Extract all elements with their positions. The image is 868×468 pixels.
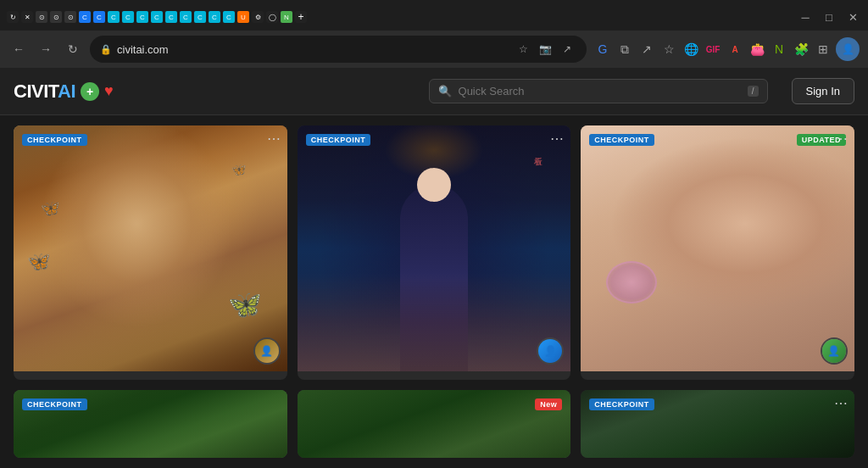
card-title-1: DreamShaper [22, 378, 279, 380]
tab-cyan-3[interactable]: C [136, 11, 148, 23]
maximize-icon[interactable]: □ [821, 8, 837, 25]
real-figure [581, 125, 854, 371]
butterfly-icon-1: 🦋 [41, 199, 59, 218]
card-image-5 [298, 390, 571, 458]
tab-cyan-5[interactable]: C [165, 11, 177, 23]
signin-button[interactable]: Sign In [792, 78, 854, 104]
tab-blue-2[interactable]: C [93, 11, 105, 23]
ext-copy[interactable]: ⧉ [615, 40, 634, 58]
ext-gif[interactable]: GIF [704, 40, 722, 58]
tab-cyan-2[interactable]: C [122, 11, 134, 23]
butterfly-icon-2: 🦋 [231, 163, 246, 176]
tab-cyan-4[interactable]: C [151, 11, 163, 23]
tab-gh-1[interactable]: ⊙ [36, 11, 47, 23]
minimize-icon[interactable]: ─ [797, 8, 814, 25]
checkpoint-badge-6: CHECKPOINT [589, 398, 654, 410]
model-card-epicrealism[interactable]: CHECKPOINT UPDATED ⋯ 👤 epiCRealism ★★★★★… [581, 125, 854, 380]
model-card-5[interactable]: New [298, 390, 571, 458]
url-text: civitai.com [117, 43, 509, 56]
browser-chrome: ↻ ✕ ⊙ ⊙ ⊙ C C C C C C C C C C C U ⚙ ◯ N … [0, 0, 868, 68]
plus-icon: + [86, 85, 93, 98]
card-avatar-1: 👤 [253, 337, 281, 365]
ext-bookmark[interactable]: ☆ [659, 40, 678, 58]
tab-cyan-8[interactable]: C [209, 11, 220, 23]
forest-figure-2 [298, 390, 571, 458]
extensions-btn[interactable]: ⊞ [814, 40, 832, 58]
tab-cyan-9[interactable]: C [223, 11, 235, 23]
tab-gh-3[interactable]: ⊙ [64, 11, 76, 23]
butterfly-icon-3: 🦋 [27, 251, 50, 273]
card-image-wrap-2: ● 看板 CHECKPOINT ⋯ 👤 [298, 125, 571, 371]
site-logo[interactable]: CIVITAI + ♥ [14, 81, 114, 103]
model-card-6[interactable]: CHECKPOINT ⋯ [581, 390, 854, 458]
ext-wallet[interactable]: 👛 [748, 40, 766, 58]
reload-button[interactable]: ↻ [63, 39, 83, 59]
tab-cyan-1[interactable]: C [108, 11, 120, 23]
logo-heart-icon: ♥ [104, 82, 114, 100]
avatar-placeholder-1: 👤 [255, 339, 279, 363]
new-badge-5: New [535, 398, 562, 410]
address-actions: ☆ 📷 ↗ [514, 40, 576, 58]
browser-extensions: G ⧉ ↗ ☆ 🌐 GIF A 👛 N 🧩 ⊞ 👤 [593, 37, 860, 61]
ext-nvidia[interactable]: N [770, 40, 788, 58]
ext-adblock[interactable]: A [726, 40, 744, 58]
card-menu-btn-6[interactable]: ⋯ [834, 397, 848, 410]
ext-google[interactable]: G [593, 40, 612, 58]
ext-share[interactable]: ↗ [637, 40, 656, 58]
browser-addressbar: ← → ↻ 🔒 civitai.com ☆ 📷 ↗ G ⧉ ↗ ☆ 🌐 GIF … [0, 31, 868, 68]
card-info-2: Cetus-Mix ★★★★★ 242 ♡ 2.7K 💬 43 ⬇ 38K [298, 371, 571, 380]
tab-add[interactable]: + [295, 11, 307, 23]
model-card-cetus-mix[interactable]: ● 看板 CHECKPOINT ⋯ 👤 Cetus-Mix ★★★★★ 242 … [298, 125, 571, 380]
forward-button[interactable]: → [36, 39, 56, 59]
search-icon: 🔍 [438, 85, 452, 98]
logo-civ: CIVIT [14, 81, 58, 102]
logo-ai: AI [58, 81, 75, 102]
checkpoint-badge-4: CHECKPOINT [22, 398, 87, 410]
card-avatar-3: 👤 [821, 337, 848, 365]
card-title-2: Cetus-Mix [306, 378, 563, 380]
close-icon[interactable]: ✕ [844, 8, 861, 25]
tab-orange-1[interactable]: U [237, 11, 249, 23]
card-image-1: 🦋 🦋 🦋 [14, 125, 287, 371]
share-btn[interactable]: ↗ [558, 40, 576, 58]
card-menu-btn-1[interactable]: ⋯ [267, 132, 281, 146]
avatar-placeholder-2: 👤 [538, 339, 562, 363]
card-image-3 [581, 125, 854, 371]
search-shortcut-badge: / [748, 86, 759, 97]
back-button[interactable]: ← [8, 39, 29, 59]
ext-puzzle[interactable]: 🧩 [792, 40, 810, 58]
site-header: CIVITAI + ♥ 🔍 / Sign In [0, 68, 868, 115]
window-controls: ─ □ ✕ [797, 8, 861, 25]
logo-plus-btn[interactable]: + [81, 82, 99, 101]
tab-cyan-7[interactable]: C [194, 11, 206, 23]
screenshot-btn[interactable]: 📷 [536, 40, 554, 58]
city-lights [298, 125, 571, 371]
card-image-wrap: 🦋 🦋 🦋 CHECKPOINT ⋯ 👤 [14, 125, 287, 371]
tab-close-icon[interactable]: ✕ [21, 11, 33, 23]
logo-text: CIVITAI [14, 81, 75, 103]
tab-reload-icon[interactable]: ↻ [7, 11, 19, 23]
tab-gh-2[interactable]: ⊙ [50, 11, 62, 23]
tab-blue-1[interactable]: C [79, 11, 91, 23]
tab-cyan-6[interactable]: C [180, 11, 192, 23]
address-bar[interactable]: 🔒 civitai.com ☆ 📷 ↗ [90, 36, 587, 63]
tab-gear[interactable]: ⚙ [252, 11, 264, 23]
tab-circle[interactable]: ◯ [266, 11, 278, 23]
card-menu-btn-2[interactable]: ⋯ [550, 132, 564, 146]
card-image-2: ● 看板 [298, 125, 571, 371]
bookmark-btn[interactable]: ☆ [514, 40, 532, 58]
profile-btn[interactable]: 👤 [836, 37, 860, 61]
search-bar[interactable]: 🔍 / [429, 79, 768, 103]
model-card-4[interactable]: CHECKPOINT [14, 390, 287, 458]
tab-favicon-row: ↻ ✕ ⊙ ⊙ ⊙ C C C C C C C C C C C U ⚙ ◯ N … [7, 11, 795, 23]
search-input[interactable] [459, 85, 741, 98]
browser-tab-bar: ↻ ✕ ⊙ ⊙ ⊙ C C C C C C C C C C C U ⚙ ◯ N … [0, 0, 868, 31]
avatar-placeholder-3: 👤 [822, 339, 846, 363]
lock-icon: 🔒 [100, 44, 112, 55]
model-card-dreamshaper[interactable]: 🦋 🦋 🦋 CHECKPOINT ⋯ 👤 DreamShaper ★★★★★ 7… [14, 125, 287, 380]
card-menu-btn-3[interactable]: ⋯ [834, 132, 848, 146]
card-info-1: DreamShaper ★★★★★ 744 ♡ 4.3K 💬 114 ⬇ 105… [14, 371, 287, 380]
card-image-wrap-3: CHECKPOINT UPDATED ⋯ 👤 [581, 125, 854, 371]
ext-translate[interactable]: 🌐 [682, 40, 700, 58]
tab-green-1[interactable]: N [281, 11, 292, 23]
